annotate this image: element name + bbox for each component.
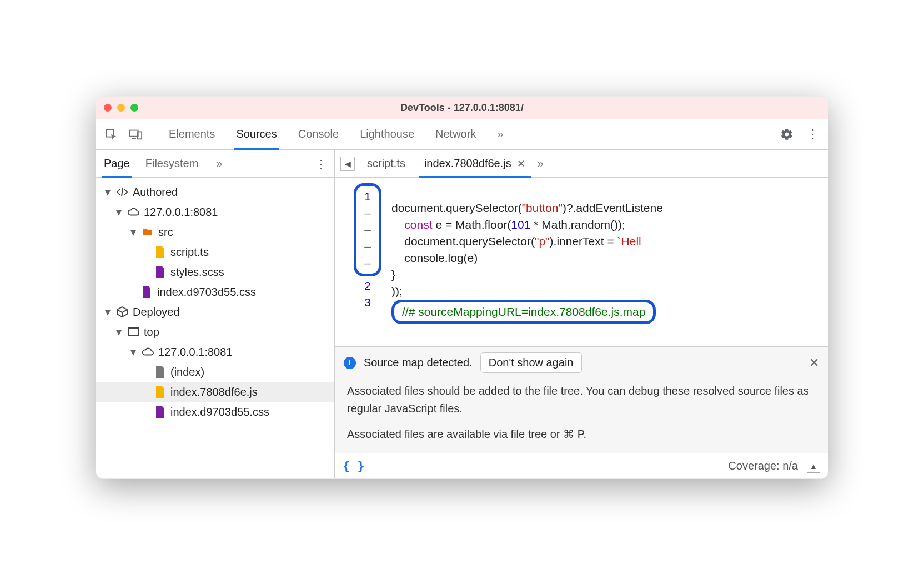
tree-label: 127.0.0.1:8081 [158, 346, 232, 359]
kebab-menu-icon[interactable]: ⋮ [807, 127, 819, 142]
editor-tabs: ◀ script.ts index.7808df6e.js ✕ » [335, 150, 828, 178]
show-sidebar-icon[interactable]: ▲ [807, 460, 820, 473]
code-text: } [391, 268, 395, 281]
tree-file-selected[interactable]: index.7808df6e.js [96, 382, 334, 402]
tree-host-authored[interactable]: 127.0.0.1:8081 [96, 202, 334, 222]
disclosure-icon[interactable] [129, 225, 137, 239]
zoom-window-button[interactable] [130, 104, 138, 112]
tree-label: styles.scss [170, 266, 224, 279]
editor-tab-label: index.7808df6e.js [424, 157, 511, 170]
close-tab-icon[interactable]: ✕ [517, 158, 525, 170]
tab-network[interactable]: Network [434, 119, 477, 149]
css-file-icon [154, 406, 166, 418]
navigator-menu-icon[interactable]: ⋮ [315, 157, 327, 170]
gutter-highlight: 1 – – – – [354, 183, 381, 276]
devtools-toolbar: Elements Sources Console Lighthouse Netw… [96, 119, 828, 150]
sourcemap-infobar: i Source map detected. Don't show again … [335, 346, 828, 453]
settings-icon[interactable] [780, 128, 794, 141]
js-file-icon [154, 246, 166, 258]
tabs-overflow[interactable]: » [496, 119, 504, 149]
tree-label: script.ts [170, 246, 209, 259]
line-number: 2 [362, 278, 373, 294]
code-string: `Hell [617, 235, 641, 248]
sources-panel: Page Filesystem » ⋮ Authored 127.0.0.1:8… [96, 150, 828, 478]
pretty-print-icon[interactable]: { } [343, 459, 365, 473]
editor-statusbar: { } Coverage: n/a ▲ [335, 453, 828, 478]
infobar-title: Source map detected. [364, 356, 473, 369]
tree-label: index.d9703d55.css [170, 406, 269, 418]
editor-tab-script[interactable]: script.ts [360, 150, 412, 177]
tree-file[interactable]: styles.scss [96, 262, 334, 282]
tree-label: src [158, 226, 173, 239]
traffic-lights [104, 104, 138, 112]
code-string: "button" [522, 201, 563, 214]
device-toggle-icon[interactable] [129, 128, 143, 140]
line-number: – [362, 255, 373, 271]
tree-label: (index) [170, 366, 204, 379]
close-infobar-icon[interactable]: ✕ [809, 356, 819, 370]
code-text: e = Math.floor( [433, 218, 511, 231]
tree-label: Authored [133, 186, 178, 199]
tree-deployed[interactable]: Deployed [96, 302, 334, 322]
code-text: )?.addEventListene [563, 201, 663, 214]
code-text [391, 218, 404, 231]
cloud-icon [142, 346, 154, 358]
gutter: 1 – – – – 2 3 [335, 178, 386, 346]
tab-console[interactable]: Console [297, 119, 340, 149]
cloud-icon [127, 206, 139, 218]
disclosure-icon[interactable] [104, 305, 112, 319]
disclosure-icon[interactable] [115, 325, 123, 339]
inspect-element-icon[interactable] [105, 128, 117, 140]
code-text: * Math.random()); [530, 218, 625, 231]
file-tree: Authored 127.0.0.1:8081 src script.ts [96, 178, 334, 427]
dont-show-again-button[interactable]: Don't show again [480, 352, 582, 373]
info-icon: i [344, 357, 356, 369]
disclosure-icon[interactable] [104, 185, 112, 199]
sourcemap-comment-highlight: //# sourceMappingURL=index.7808df6e.js.m… [391, 300, 656, 324]
devtools-window: DevTools - 127.0.0.1:8081/ Elements Sour… [96, 96, 828, 479]
line-number: – [362, 205, 373, 221]
editor-tab-label: script.ts [367, 157, 405, 170]
tab-lighthouse[interactable]: Lighthouse [359, 119, 415, 149]
code-number: 101 [511, 218, 530, 231]
navtabs-overflow[interactable]: » [216, 157, 222, 170]
tree-file[interactable]: (index) [96, 362, 334, 382]
close-window-button[interactable] [104, 104, 112, 112]
line-number: – [362, 221, 373, 238]
code-text: )); [391, 285, 403, 297]
tree-authored[interactable]: Authored [96, 182, 334, 202]
tree-host-deployed[interactable]: 127.0.0.1:8081 [96, 342, 334, 362]
folder-icon [142, 226, 154, 238]
infobar-text: Associated files are available via file … [347, 425, 816, 443]
code-editor[interactable]: 1 – – – – 2 3 document.querySelector("bu… [335, 178, 828, 346]
toolbar-separator [155, 127, 155, 142]
tree-file[interactable]: index.d9703d55.css [96, 282, 334, 302]
tree-top[interactable]: top [96, 322, 334, 342]
minimize-window-button[interactable] [117, 104, 125, 112]
frame-icon [127, 326, 139, 338]
tree-file[interactable]: script.ts [96, 242, 334, 262]
svg-rect-1 [130, 130, 138, 136]
tree-label: index.d9703d55.css [157, 286, 256, 299]
editor-tabs-overflow[interactable]: » [538, 157, 544, 170]
editor-pane: ◀ script.ts index.7808df6e.js ✕ » 1 – [335, 150, 828, 478]
nav-back-icon[interactable]: ◀ [340, 157, 355, 171]
tree-folder-src[interactable]: src [96, 222, 334, 242]
navigator: Page Filesystem » ⋮ Authored 127.0.0.1:8… [96, 150, 335, 478]
code-text: document.querySelector( [391, 235, 535, 248]
navtab-page[interactable]: Page [104, 150, 130, 177]
editor-tab-index[interactable]: index.7808df6e.js ✕ [418, 150, 532, 177]
disclosure-icon[interactable] [129, 345, 137, 359]
css-file-icon [154, 266, 166, 278]
coverage-label: Coverage: n/a [728, 460, 798, 472]
code-text: document.querySelector( [391, 201, 522, 214]
navtab-filesystem[interactable]: Filesystem [145, 150, 199, 177]
disclosure-icon[interactable] [115, 205, 123, 219]
window-title: DevTools - 127.0.0.1:8081/ [96, 102, 828, 114]
tab-elements[interactable]: Elements [168, 119, 216, 149]
panel-tabs: Elements Sources Console Lighthouse Netw… [168, 119, 505, 149]
line-number: 3 [362, 294, 373, 311]
tree-label: Deployed [133, 306, 180, 319]
tree-file[interactable]: index.d9703d55.css [96, 402, 334, 422]
tab-sources[interactable]: Sources [235, 119, 278, 149]
